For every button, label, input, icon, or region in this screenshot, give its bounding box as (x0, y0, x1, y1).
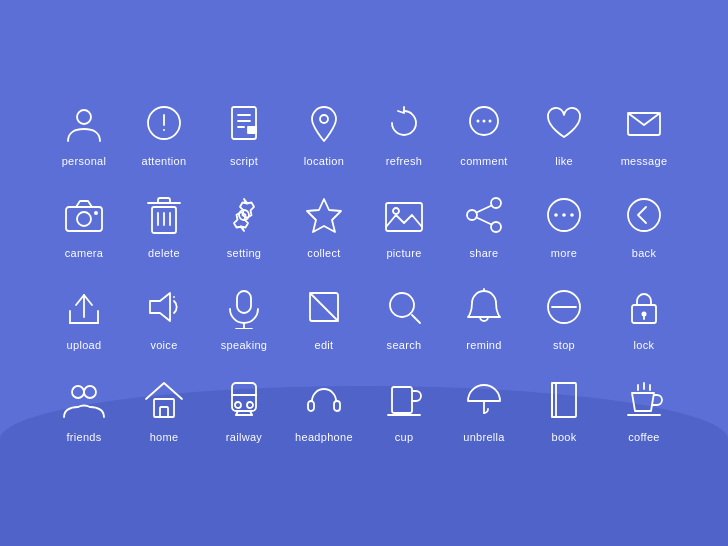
collect-icon (300, 191, 348, 239)
icon-railway[interactable]: railway (204, 365, 284, 449)
svg-line-45 (310, 293, 338, 321)
svg-point-33 (554, 213, 558, 217)
icon-home[interactable]: home (124, 365, 204, 449)
personal-label: personal (62, 155, 107, 167)
icon-back[interactable]: back (604, 181, 684, 265)
svg-point-11 (477, 120, 480, 123)
friends-label: friends (66, 431, 101, 443)
edit-icon (300, 283, 348, 331)
more-icon (540, 191, 588, 239)
stop-label: stop (553, 339, 575, 351)
home-icon (140, 375, 188, 423)
personal-icon (60, 99, 108, 147)
icon-personal[interactable]: personal (44, 89, 124, 173)
search-label: search (387, 339, 422, 351)
svg-line-31 (477, 218, 492, 225)
icon-search[interactable]: search (364, 273, 444, 357)
icon-delete[interactable]: delete (124, 181, 204, 265)
svg-rect-56 (154, 399, 174, 417)
icon-picture[interactable]: picture (364, 181, 444, 265)
railway-icon (220, 375, 268, 423)
icon-grid: personal attention (24, 69, 704, 477)
svg-point-17 (94, 211, 98, 215)
icon-headphone[interactable]: headphone (284, 365, 364, 449)
message-icon (620, 99, 668, 147)
icon-script[interactable]: script (204, 89, 284, 173)
comment-label: comment (460, 155, 507, 167)
back-icon (620, 191, 668, 239)
svg-rect-25 (386, 203, 422, 231)
camera-label: camera (65, 247, 103, 259)
svg-point-34 (562, 213, 566, 217)
icon-lock[interactable]: lock (604, 273, 684, 357)
lock-label: lock (634, 339, 655, 351)
svg-point-61 (247, 402, 253, 408)
picture-icon (380, 191, 428, 239)
svg-point-3 (163, 129, 165, 131)
home-label: home (150, 431, 179, 443)
back-label: back (632, 247, 656, 259)
icon-share[interactable]: share (444, 181, 524, 265)
headphone-label: headphone (295, 431, 353, 443)
icon-stop[interactable]: stop (524, 273, 604, 357)
icon-coffee[interactable]: coffee (604, 365, 684, 449)
icon-row-1: personal attention (44, 89, 684, 173)
voice-label: voice (150, 339, 177, 351)
icon-book[interactable]: book (524, 365, 604, 449)
lock-icon (620, 283, 668, 331)
svg-rect-57 (160, 407, 168, 417)
icon-setting[interactable]: setting (204, 181, 284, 265)
delete-label: delete (148, 247, 180, 259)
svg-rect-15 (66, 207, 102, 231)
svg-point-36 (628, 199, 660, 231)
icon-cup[interactable]: cup (364, 365, 444, 449)
cup-label: cup (395, 431, 414, 443)
like-icon (540, 99, 588, 147)
icon-unbrella[interactable]: unbrella (444, 365, 524, 449)
svg-rect-41 (237, 291, 251, 313)
icon-voice[interactable]: voice (124, 273, 204, 357)
location-label: location (304, 155, 344, 167)
upload-icon (60, 283, 108, 331)
icon-like[interactable]: like (524, 89, 604, 173)
unbrella-label: unbrella (463, 431, 505, 443)
refresh-label: refresh (386, 155, 422, 167)
icon-comment[interactable]: comment (444, 89, 524, 173)
icon-message[interactable]: message (604, 89, 684, 173)
icon-camera[interactable]: camera (44, 181, 124, 265)
like-label: like (555, 155, 573, 167)
icon-attention[interactable]: attention (124, 89, 204, 173)
coffee-icon (620, 375, 668, 423)
book-label: book (551, 431, 576, 443)
icon-upload[interactable]: upload (44, 273, 124, 357)
icon-more[interactable]: more (524, 181, 604, 265)
svg-point-9 (320, 115, 328, 123)
search-icon (380, 283, 428, 331)
voice-icon (140, 283, 188, 331)
setting-icon (220, 191, 268, 239)
svg-point-0 (77, 110, 91, 124)
location-icon (300, 99, 348, 147)
svg-rect-66 (334, 401, 340, 411)
icon-speaking[interactable]: speaking (204, 273, 284, 357)
svg-point-46 (390, 293, 414, 317)
svg-point-16 (77, 212, 91, 226)
icon-location[interactable]: location (284, 89, 364, 173)
speaking-icon (220, 283, 268, 331)
camera-icon (60, 191, 108, 239)
icon-edit[interactable]: edit (284, 273, 364, 357)
svg-marker-39 (150, 293, 170, 321)
svg-line-30 (477, 206, 492, 213)
comment-icon (460, 99, 508, 147)
unbrella-icon (460, 375, 508, 423)
icon-friends[interactable]: friends (44, 365, 124, 449)
svg-point-29 (491, 222, 501, 232)
icon-refresh[interactable]: refresh (364, 89, 444, 173)
remind-label: remind (466, 339, 501, 351)
icon-remind[interactable]: remind (444, 273, 524, 357)
icon-collect[interactable]: collect (284, 181, 364, 265)
friends-icon (60, 375, 108, 423)
delete-icon (140, 191, 188, 239)
cup-icon (380, 375, 428, 423)
svg-point-54 (72, 386, 84, 398)
